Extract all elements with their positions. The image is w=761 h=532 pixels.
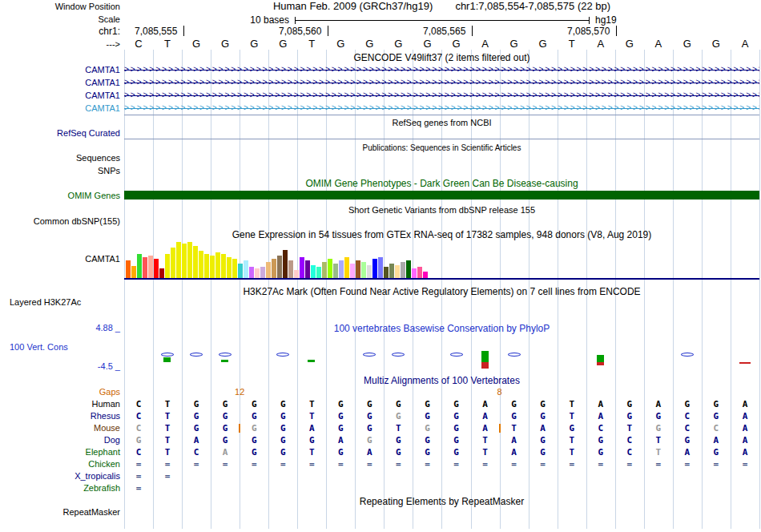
alignment-base: = [338,459,344,470]
publications-track-title[interactable]: Publications: Sequences in Scientific Ar… [124,143,759,154]
gtex-expression-bar[interactable] [143,257,147,278]
omim-gene-bar[interactable] [124,191,759,200]
gtex-expression-bar[interactable] [249,267,254,278]
gtex-track-title[interactable]: Gene Expression in 54 tissues from GTEx … [124,229,759,240]
gtex-expression-bar[interactable] [126,260,131,278]
gtex-expression-bar[interactable] [333,264,338,278]
dbsnp-label[interactable]: Common dbSNP(155) [0,216,120,227]
gtex-expression-bar[interactable] [350,264,355,278]
alignment-base: G [338,447,344,457]
gtex-expression-bar[interactable] [316,267,321,278]
omim-track-title[interactable]: OMIM Gene Phenotypes - Dark Green Can Be… [124,178,759,189]
gencode-gene-label[interactable]: CAMTA1 [0,103,120,114]
gencode-gene-label[interactable]: CAMTA1 [0,65,120,75]
alignment-base: T [165,411,171,421]
species-label[interactable]: Rhesus [0,411,120,421]
species-label[interactable]: Zebrafish [0,483,120,494]
gtex-expression-bar[interactable] [384,267,389,278]
gtex-expression-bar[interactable] [344,257,349,278]
gtex-expression-bar[interactable] [199,251,203,278]
gtex-expression-bar[interactable] [300,257,304,278]
gtex-expression-bar[interactable] [227,257,232,278]
gtex-expression-bar[interactable] [311,265,316,278]
sequences-label[interactable]: Sequences [0,153,120,163]
gtex-expression-bar[interactable] [283,250,288,278]
gtex-expression-bar[interactable] [305,260,310,278]
gtex-expression-bar[interactable] [171,248,175,278]
base-letter: G [250,38,258,50]
gtex-expression-bar[interactable] [423,272,428,278]
gtex-expression-bar[interactable] [361,262,366,278]
gtex-expression-bar[interactable] [193,246,198,278]
gtex-expression-bar[interactable] [182,244,187,278]
gtex-expression-bar[interactable] [137,254,142,278]
gtex-expression-bar[interactable] [131,266,136,278]
gtex-expression-bar[interactable] [406,260,411,278]
gtex-expression-bar[interactable] [210,256,215,278]
species-label[interactable]: Dog [0,435,120,445]
gaps-label[interactable]: Gaps [0,387,120,397]
gtex-expression-bar[interactable] [294,270,299,278]
gencode-transcript[interactable]: >>>>>>>>>>>>>>>>>>>>>>>>>>>>>>>>>>>>>>>>… [124,65,759,75]
gtex-expression-bar[interactable] [412,268,417,278]
snps-label[interactable]: SNPs [0,166,120,176]
omim-genes-label[interactable]: OMIM Genes [0,191,120,201]
gtex-expression-bar[interactable] [322,262,327,278]
refseq-curated-label[interactable]: RefSeq Curated [0,128,120,139]
repeatmasker-track-title[interactable]: Repeating Elements by RepeatMasker [124,496,759,507]
refseq-track-title[interactable]: RefSeq genes from NCBI [124,117,759,128]
gtex-expression-bar[interactable] [266,262,271,278]
gtex-expression-bar[interactable] [356,260,360,278]
gtex-expression-bar[interactable] [165,254,170,278]
gtex-expression-bar[interactable] [277,256,282,278]
gencode-transcript[interactable]: >>>>>>>>>>>>>>>>>>>>>>>>>>>>>>>>>>>>>>>>… [124,103,759,114]
alignment-base: G [396,435,401,445]
phylop-label[interactable]: 100 Vert. Cons [10,342,122,353]
alignment-base: C [136,399,142,409]
gtex-expression-bar[interactable] [255,268,260,278]
phylop-negative-dash [739,362,751,364]
repeatmasker-label[interactable]: RepeatMasker [0,507,120,518]
gtex-gene-label[interactable]: CAMTA1 [0,254,120,264]
gtex-expression-bar[interactable] [328,259,332,278]
species-label[interactable]: Mouse [0,423,120,433]
gencode-gene-label[interactable]: CAMTA1 [0,91,120,101]
gtex-expression-bar[interactable] [260,267,265,278]
gtex-expression-bar[interactable] [215,252,220,278]
gtex-expression-bar[interactable] [367,265,372,278]
gtex-expression-bar[interactable] [389,264,394,278]
gtex-expression-bar[interactable] [244,260,248,278]
gtex-expression-bar[interactable] [339,260,344,278]
gencode-transcript[interactable]: >>>>>>>>>>>>>>>>>>>>>>>>>>>>>>>>>>>>>>>>… [124,78,759,88]
species-label[interactable]: Chicken [0,459,120,470]
h3k27ac-label[interactable]: Layered H3K27Ac [10,297,122,308]
gtex-expression-bar[interactable] [401,262,405,278]
gtex-expression-bar[interactable] [417,267,422,278]
h3k27ac-track-title[interactable]: H3K27Ac Mark (Often Found Near Active Re… [124,286,759,297]
gtex-expression-bar[interactable] [238,264,243,278]
gtex-expression-bar[interactable] [378,257,383,278]
phylop-track-title[interactable]: 100 vertebrates Basewise Conservation by… [124,323,759,334]
gtex-expression-bar[interactable] [232,259,237,278]
gtex-expression-bar[interactable] [288,260,293,278]
gtex-expression-bar[interactable] [372,259,377,278]
gtex-expression-bar[interactable] [395,265,400,278]
gencode-track-title[interactable]: GENCODE V49lift37 (2 items filtered out) [124,52,759,63]
species-label[interactable]: Elephant [0,447,120,457]
alignment-base: = [569,459,574,470]
gtex-expression-bar[interactable] [159,268,164,278]
gtex-expression-bar[interactable] [187,242,192,278]
gtex-expression-bar[interactable] [148,256,153,278]
dbsnp-track-title[interactable]: Short Genetic Variants from dbSNP releas… [124,204,759,216]
alignment-base: G [367,423,372,433]
gtex-expression-bar[interactable] [221,254,226,278]
gtex-expression-bar[interactable] [204,254,209,278]
gtex-expression-bar[interactable] [154,259,159,278]
species-label[interactable]: X_tropicalis [0,471,120,482]
species-label[interactable]: Human [0,399,120,409]
gtex-expression-bar[interactable] [272,259,276,278]
gtex-expression-bar[interactable] [176,242,181,278]
gencode-gene-label[interactable]: CAMTA1 [0,78,120,88]
gencode-transcript[interactable]: >>>>>>>>>>>>>>>>>>>>>>>>>>>>>>>>>>>>>>>>… [124,91,759,101]
multiz-track-title[interactable]: Multiz Alignments of 100 Vertebrates [124,375,759,386]
